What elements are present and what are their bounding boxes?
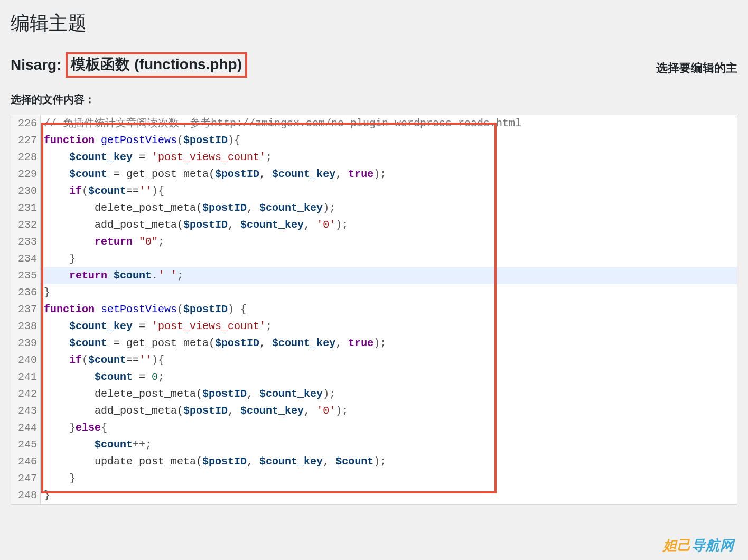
code-content[interactable]: $count = get_post_meta($postID, $count_k…	[41, 335, 737, 352]
line-number: 238	[11, 318, 41, 335]
line-number: 226	[11, 115, 41, 132]
select-theme-label: 选择要编辑的主	[656, 54, 737, 76]
line-number: 239	[11, 335, 41, 352]
code-content[interactable]: }	[41, 470, 737, 487]
line-number: 248	[11, 487, 41, 504]
line-number: 241	[11, 369, 41, 386]
code-content[interactable]: add_post_meta($postID, $count_key, '0');	[41, 403, 737, 419]
line-number: 247	[11, 470, 41, 487]
code-line[interactable]: 235 return $count.' ';	[11, 267, 737, 284]
line-number: 232	[11, 217, 41, 234]
code-line[interactable]: 241 $count = 0;	[11, 369, 737, 386]
file-header-row: Nisarg: 模板函数 (functions.php) 选择要编辑的主	[0, 42, 748, 83]
code-content[interactable]: update_post_meta($postID, $count_key, $c…	[41, 453, 737, 470]
line-number: 229	[11, 166, 41, 183]
code-content[interactable]: $count_key = 'post_views_count';	[41, 149, 737, 166]
line-number: 233	[11, 234, 41, 250]
line-number: 240	[11, 352, 41, 369]
line-number: 236	[11, 284, 41, 301]
code-line[interactable]: 248}	[11, 487, 737, 504]
code-line[interactable]: 245 $count++;	[11, 436, 737, 453]
code-line[interactable]: 238 $count_key = 'post_views_count';	[11, 318, 737, 335]
code-content[interactable]: $count++;	[41, 436, 737, 453]
line-number: 228	[11, 149, 41, 166]
code-content[interactable]: $count = 0;	[41, 369, 737, 386]
code-line[interactable]: 244 }else{	[11, 419, 737, 436]
line-number: 245	[11, 436, 41, 453]
page-title: 编辑主题	[0, 0, 748, 42]
code-line[interactable]: 226// 免插件统计文章阅读次数，参考http://zmingcx.com/n…	[11, 115, 737, 132]
code-line[interactable]: 247 }	[11, 470, 737, 487]
code-content[interactable]: // 免插件统计文章阅读次数，参考http://zmingcx.com/no-p…	[41, 115, 737, 132]
code-content[interactable]: }	[41, 284, 737, 301]
code-line[interactable]: 234 }	[11, 250, 737, 267]
file-name-highlight: 模板函数 (functions.php)	[66, 52, 247, 78]
code-content[interactable]: add_post_meta($postID, $count_key, '0');	[41, 217, 737, 234]
watermark-part2: 导航网	[691, 537, 734, 553]
code-line[interactable]: 232 add_post_meta($postID, $count_key, '…	[11, 217, 737, 234]
code-content[interactable]: }	[41, 487, 737, 504]
code-line[interactable]: 243 add_post_meta($postID, $count_key, '…	[11, 403, 737, 419]
code-content[interactable]: delete_post_meta($postID, $count_key);	[41, 200, 737, 217]
code-line[interactable]: 227function getPostViews($postID){	[11, 132, 737, 149]
code-line[interactable]: 240 if($count==''){	[11, 352, 737, 369]
code-line[interactable]: 233 return "0";	[11, 234, 737, 250]
code-content[interactable]: delete_post_meta($postID, $count_key);	[41, 386, 737, 403]
line-number: 234	[11, 250, 41, 267]
code-content[interactable]: return $count.' ';	[41, 267, 737, 284]
code-line[interactable]: 230 if($count==''){	[11, 183, 737, 200]
code-line[interactable]: 236}	[11, 284, 737, 301]
code-content[interactable]: return "0";	[41, 234, 737, 250]
line-number: 242	[11, 386, 41, 403]
code-content[interactable]: }else{	[41, 419, 737, 436]
code-line[interactable]: 239 $count = get_post_meta($postID, $cou…	[11, 335, 737, 352]
code-content[interactable]: }	[41, 250, 737, 267]
code-line[interactable]: 246 update_post_meta($postID, $count_key…	[11, 453, 737, 470]
code-content[interactable]: if($count==''){	[41, 352, 737, 369]
code-line[interactable]: 237function setPostViews($postID) {	[11, 301, 737, 318]
line-number: 230	[11, 183, 41, 200]
code-line[interactable]: 231 delete_post_meta($postID, $count_key…	[11, 200, 737, 217]
line-number: 227	[11, 132, 41, 149]
code-line[interactable]: 229 $count = get_post_meta($postID, $cou…	[11, 166, 737, 183]
line-number: 244	[11, 419, 41, 436]
watermark: 妲己导航网	[663, 536, 734, 555]
theme-name: Nisarg:	[11, 57, 61, 73]
file-title: Nisarg: 模板函数 (functions.php)	[11, 52, 247, 78]
code-content[interactable]: $count = get_post_meta($postID, $count_k…	[41, 166, 737, 183]
line-number: 246	[11, 453, 41, 470]
code-content[interactable]: $count_key = 'post_views_count';	[41, 318, 737, 335]
code-content[interactable]: function getPostViews($postID){	[41, 132, 737, 149]
code-line[interactable]: 228 $count_key = 'post_views_count';	[11, 149, 737, 166]
selected-file-content-label: 选择的文件内容：	[0, 83, 748, 115]
code-editor[interactable]: 226// 免插件统计文章阅读次数，参考http://zmingcx.com/n…	[11, 115, 737, 505]
watermark-part1: 妲己	[663, 537, 691, 553]
line-number: 231	[11, 200, 41, 217]
line-number: 235	[11, 267, 41, 284]
code-content[interactable]: if($count==''){	[41, 183, 737, 200]
code-line[interactable]: 242 delete_post_meta($postID, $count_key…	[11, 386, 737, 403]
code-content[interactable]: function setPostViews($postID) {	[41, 301, 737, 318]
line-number: 243	[11, 403, 41, 419]
line-number: 237	[11, 301, 41, 318]
